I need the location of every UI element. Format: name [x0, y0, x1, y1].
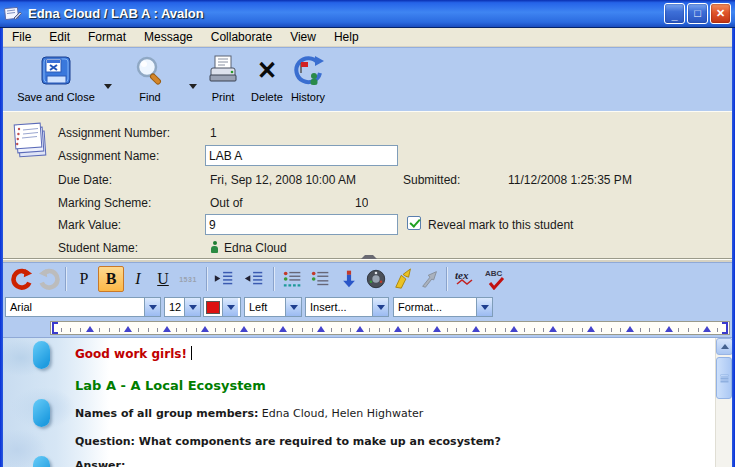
group-members-label: Names of all group members: — [75, 407, 258, 420]
fixed-font-button[interactable]: 1531 — [175, 266, 201, 292]
chevron-down-icon[interactable] — [285, 298, 301, 316]
assignment-name-input[interactable] — [205, 145, 398, 166]
mark-value-input[interactable] — [205, 214, 398, 235]
maximize-button[interactable]: □ — [687, 3, 708, 24]
stationery-pill-decoration — [33, 456, 50, 467]
delete-icon: ✕ — [246, 52, 288, 90]
ruler-tick — [582, 328, 583, 332]
close-button[interactable]: ✕ — [710, 3, 731, 24]
vertical-scrollbar[interactable] — [715, 338, 732, 467]
ruler-tick — [292, 328, 293, 332]
ruler-tick — [80, 328, 81, 332]
highlighter-button[interactable] — [391, 266, 417, 292]
save-and-close-button[interactable]: Save and Close — [11, 52, 101, 103]
chevron-down-icon[interactable] — [222, 298, 238, 316]
print-button[interactable]: Print — [203, 52, 243, 103]
ruler-tick — [640, 328, 641, 332]
history-label: History — [287, 91, 329, 103]
submitted-value: 11/12/2008 1:25:35 PM — [508, 173, 632, 187]
scroll-up-button[interactable] — [716, 338, 732, 355]
marking-scheme-label: Marking Scheme: — [58, 196, 151, 210]
ruler-tab-marker — [472, 326, 480, 332]
ruler-tick — [611, 328, 612, 332]
move-down-button[interactable] — [336, 266, 362, 292]
ruler-tick — [389, 328, 390, 332]
font-name-select[interactable]: Arial — [5, 297, 161, 317]
scrollbar-thumb[interactable] — [716, 357, 732, 399]
menu-help[interactable]: Help — [325, 28, 368, 46]
assignment-name-label: Assignment Name: — [58, 149, 159, 163]
format-menu-select[interactable]: Format... — [393, 297, 493, 317]
toolbar-separator — [273, 267, 274, 291]
alignment-select[interactable]: Left — [244, 297, 302, 317]
indent-increase-button[interactable] — [211, 266, 237, 292]
title-bar[interactable]: Edna Cloud / LAB A : Avalon _ □ ✕ — [0, 0, 735, 28]
insert-menu-select[interactable]: Insert... — [305, 297, 389, 317]
history-icon — [287, 52, 329, 90]
undo-button[interactable] — [9, 266, 35, 292]
plain-style-button[interactable]: P — [71, 266, 97, 292]
spell-check-button[interactable]: ABC — [483, 266, 509, 292]
redo-button[interactable] — [36, 266, 62, 292]
font-color-swatch — [206, 301, 220, 314]
menu-collaborate[interactable]: Collaborate — [202, 28, 281, 46]
ruler-tick — [99, 328, 100, 332]
line-spacing-icon — [310, 268, 332, 290]
assignment-notes-icon — [11, 120, 51, 162]
ruler-tick — [312, 328, 313, 332]
student-name-value[interactable]: Edna Cloud — [224, 241, 287, 255]
ruler-tick — [698, 328, 699, 332]
ruler-tab-marker — [279, 326, 287, 332]
save-and-close-dropdown-arrow[interactable] — [104, 84, 112, 89]
line-spacing-button[interactable] — [308, 266, 334, 292]
history-button[interactable]: History — [287, 52, 329, 103]
italic-style-button[interactable]: I — [125, 266, 151, 292]
ruler-tick — [369, 328, 370, 332]
indent-decrease-button[interactable] — [241, 266, 267, 292]
find-dropdown-arrow[interactable] — [189, 84, 197, 89]
right-margin-marker[interactable] — [722, 322, 728, 334]
indent-decrease-icon — [243, 268, 265, 290]
reveal-mark-checkbox[interactable] — [407, 216, 421, 230]
stationery-pill-decoration — [33, 399, 50, 427]
menu-message[interactable]: Message — [135, 28, 202, 46]
highlighter-pen-icon — [393, 268, 415, 290]
paragraph-spacing-button[interactable] — [280, 266, 306, 292]
ruler-tick — [196, 328, 197, 332]
ruler-tick — [341, 328, 342, 332]
window-title: Edna Cloud / LAB A : Avalon — [28, 6, 662, 21]
ruler-tick — [176, 328, 177, 332]
font-size-select[interactable]: 12 — [164, 297, 201, 317]
ruler-tick — [70, 328, 71, 332]
document-body[interactable]: Good work girls! Lab A - A Local Ecosyst… — [3, 337, 732, 467]
font-color-select[interactable] — [203, 297, 241, 317]
eyedropper-disabled-button[interactable] — [417, 266, 443, 292]
color-wheel-button[interactable] — [363, 266, 389, 292]
ruler-tab-marker — [240, 326, 248, 332]
find-icon — [121, 52, 179, 90]
ruler-tick — [717, 328, 718, 332]
chevron-down-icon[interactable] — [372, 298, 388, 316]
chevron-down-icon[interactable] — [144, 298, 160, 316]
ruler-tick — [109, 328, 110, 332]
menu-edit[interactable]: Edit — [40, 28, 79, 46]
find-button[interactable]: Find — [121, 52, 179, 103]
submitted-label: Submitted: — [403, 173, 460, 187]
print-label: Print — [203, 91, 243, 103]
ruler-tab-marker — [124, 326, 132, 332]
left-margin-marker[interactable] — [52, 322, 58, 334]
bold-style-button[interactable]: B — [98, 266, 124, 292]
minimize-button[interactable]: _ — [664, 3, 685, 24]
menu-file[interactable]: File — [3, 28, 40, 46]
signature-icon: tex — [453, 268, 479, 290]
menu-view[interactable]: View — [281, 28, 325, 46]
chevron-down-icon[interactable] — [476, 298, 492, 316]
ruler-tick — [543, 328, 544, 332]
ruler-tick — [379, 328, 380, 332]
delete-button[interactable]: ✕ Delete — [246, 52, 288, 103]
menu-format[interactable]: Format — [79, 28, 135, 46]
underline-style-button[interactable]: U — [150, 266, 176, 292]
ruler[interactable] — [50, 321, 730, 335]
chevron-down-icon[interactable] — [184, 298, 200, 316]
signature-button[interactable]: tex — [453, 266, 479, 292]
